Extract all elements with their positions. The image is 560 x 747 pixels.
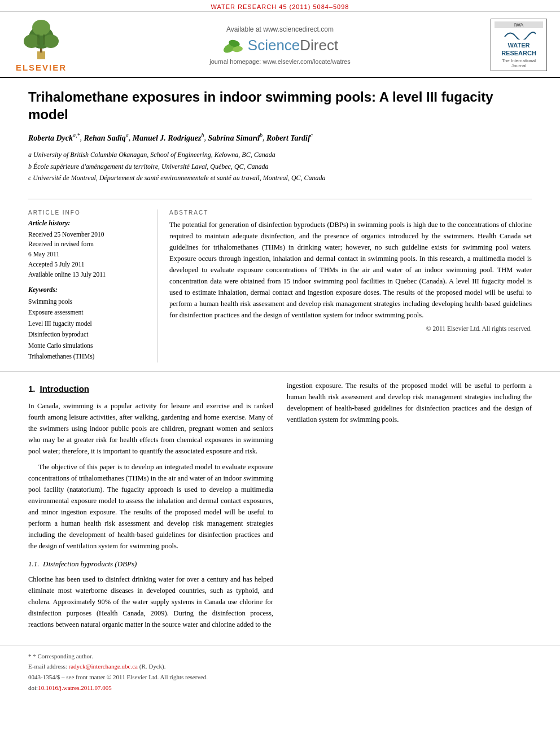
abstract-text: The potential for generation of disinfec… <box>169 219 532 321</box>
footnote-email: E-mail address: radyck@interchange.ubc.c… <box>28 661 532 672</box>
subsection-heading: 1.1. Disinfection byproducts (DBPs) <box>28 558 273 570</box>
paper-title: Trihalomethane exposures in indoor swimm… <box>28 88 532 123</box>
footnote-star: * * Corresponding author. <box>28 651 532 662</box>
keyword-4: Disinfection byproduct <box>28 329 150 340</box>
author-rehan: Rehan Sadiq <box>84 134 125 142</box>
elsevier-tree-icon <box>16 18 67 62</box>
header: ELSEVIER Available at www.sciencedirect.… <box>0 12 560 78</box>
author-robert: Robert Tardif <box>266 134 310 142</box>
water-research-logo: IWA WATERRESEARCH The International Jour… <box>488 19 550 71</box>
keywords-label: Keywords: <box>28 286 150 294</box>
affil-b2: b <box>260 132 262 138</box>
affil-c: c Université de Montreal, Département de… <box>28 172 532 184</box>
svg-rect-0 <box>37 51 45 59</box>
keyword-5: Monte Carlo simulations <box>28 340 150 352</box>
intro-title: Introduction <box>40 384 89 394</box>
svg-point-4 <box>43 34 59 48</box>
right-para1: ingestion exposure. The results of the p… <box>287 380 532 425</box>
abstract-heading: ABSTRACT <box>169 209 532 216</box>
wr-logo-top: IWA <box>495 21 543 28</box>
revised-label: Received in revised form <box>28 239 150 250</box>
sd-direct: Direct <box>300 37 338 54</box>
info-abstract-row: ARTICLE INFO Article history: Received 2… <box>0 205 560 368</box>
article-info-col: ARTICLE INFO Article history: Received 2… <box>28 209 158 362</box>
sciencedirect-leaves-icon <box>222 36 246 56</box>
body-two-col: 1.Introduction In Canada, swimming is a … <box>28 380 532 635</box>
affil-c: c <box>310 132 313 138</box>
svg-point-3 <box>24 34 40 48</box>
elsevier-label: ELSEVIER <box>16 63 67 72</box>
header-center: Available at www.sciencedirect.com Scien… <box>72 25 488 65</box>
footnote-doi: doi:10.1016/j.watres.2011.07.005 <box>28 683 532 693</box>
body-right-col: ingestion exposure. The results of the p… <box>287 380 532 635</box>
intro-heading: 1.Introduction <box>28 382 273 396</box>
keyword-3: Level III fugacity model <box>28 318 150 330</box>
journal-bar-text: WATER RESEARCH 45 (2011) 5084–5098 <box>211 3 349 10</box>
subsection-title: Disinfection byproducts (DBPs) <box>43 560 137 568</box>
author-manuel: Manuel J. Rodriguez <box>133 134 202 142</box>
water-research-badge: IWA WATERRESEARCH The International Jour… <box>491 19 547 71</box>
history-label: Article history: <box>28 219 150 228</box>
sd-science: Science <box>248 37 300 54</box>
body-left-col: 1.Introduction In Canada, swimming is a … <box>28 380 273 635</box>
intro-num: 1. <box>28 382 36 396</box>
keywords-list: Swimming pools Exposure assessment Level… <box>28 296 150 362</box>
footnote-doi-link[interactable]: 10.1016/j.watres.2011.07.005 <box>38 684 112 691</box>
footer: * * Corresponding author. E-mail address… <box>0 645 560 696</box>
revised-date: 6 May 2011 <box>28 250 150 260</box>
keyword-6: Trihalomethanes (THMs) <box>28 351 150 362</box>
author-sabrina: Sabrina Simard <box>208 134 260 142</box>
footnote-email-link[interactable]: radyck@interchange.ubc.ca <box>68 663 138 670</box>
footnote-issn: 0043-1354/$ – see front matter © 2011 El… <box>28 672 532 683</box>
copyright-line: © 2011 Elsevier Ltd. All rights reserved… <box>169 325 532 332</box>
svg-rect-7 <box>43 34 45 45</box>
affil-b1: b <box>202 132 204 138</box>
svg-rect-6 <box>37 34 40 45</box>
journal-homepage-text: journal homepage: www.elsevier.com/locat… <box>72 58 488 65</box>
sciencedirect-text: ScienceDirect <box>248 37 338 54</box>
main-body: 1.Introduction In Canada, swimming is a … <box>0 372 560 635</box>
wr-logo-main: WATERRESEARCH <box>495 42 543 56</box>
intro-para3: Chlorine has been used to disinfect drin… <box>28 574 273 630</box>
subsection-num: 1.1. <box>28 560 40 568</box>
affiliations: a University of British Columbia Okanaga… <box>28 149 532 184</box>
abstract-col: ABSTRACT The potential for generation of… <box>169 209 532 362</box>
water-icon <box>502 28 536 40</box>
keyword-1: Swimming pools <box>28 296 150 308</box>
title-block: Trihalomethane exposures in indoor swimm… <box>0 78 560 193</box>
accepted-date: Accepted 5 July 2011 <box>28 260 150 270</box>
available-text: Available at www.sciencedirect.com <box>72 25 488 33</box>
wr-logo-sub: The International Journal <box>495 58 543 68</box>
divider-thin <box>28 199 532 199</box>
intro-para1: In Canada, swimming is a popular activit… <box>28 400 273 457</box>
received-date: Received 25 November 2010 <box>28 230 150 240</box>
affil-a: a University of British Columbia Okanaga… <box>28 149 532 160</box>
svg-point-5 <box>32 20 50 36</box>
journal-bar: WATER RESEARCH 45 (2011) 5084–5098 <box>0 0 560 12</box>
intro-para2: The objective of this paper is to develo… <box>28 461 273 552</box>
available-online: Available online 13 July 2011 <box>28 270 150 280</box>
footnote-star-sym: * <box>28 653 33 659</box>
affil-a2: a <box>126 132 129 138</box>
affil-b: b École supérieure d'aménagement du terr… <box>28 161 532 172</box>
affil-a-star: a,* <box>73 132 80 138</box>
sciencedirect-logo: ScienceDirect <box>72 36 488 56</box>
author-roberta: Roberta Dyck <box>28 134 73 142</box>
keyword-2: Exposure assessment <box>28 307 150 318</box>
authors-line: Roberta Dycka,*, Rehan Sadiqa, Manuel J.… <box>28 131 532 145</box>
elsevier-logo: ELSEVIER <box>10 18 72 72</box>
article-info-heading: ARTICLE INFO <box>28 209 150 216</box>
